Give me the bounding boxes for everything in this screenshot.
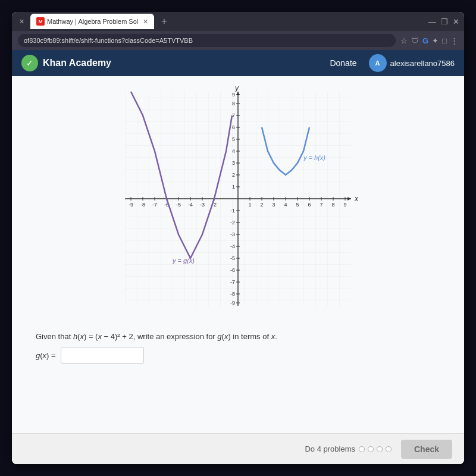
answer-row: g(x) = (36, 347, 440, 364)
graph-svg: x y -9 -8 (113, 86, 363, 324)
minimize-button[interactable]: — (428, 17, 436, 26)
svg-text:5: 5 (296, 202, 299, 208)
svg-text:-8: -8 (140, 202, 145, 208)
bottom-bar: Do 4 problems Check (12, 433, 464, 464)
shield-icon: 🛡 (411, 36, 419, 45)
url-icons: ☆ 🛡 G ✦ □ ⋮ (400, 36, 458, 45)
svg-text:2: 2 (260, 202, 263, 208)
dot-2 (368, 446, 374, 452)
svg-text:6: 6 (232, 124, 235, 130)
graph-area: x y -9 -8 (113, 86, 363, 324)
h-label: y = h(x) (303, 154, 325, 161)
do-problems-text: Do 4 problems (305, 444, 355, 453)
svg-text:7: 7 (320, 202, 322, 208)
svg-text:4: 4 (284, 202, 287, 208)
g-icon: G (422, 36, 428, 45)
dot-3 (377, 446, 383, 452)
user-avatar[interactable]: A (369, 54, 387, 72)
maximize-button[interactable]: ❐ (441, 17, 448, 26)
svg-text:-6: -6 (230, 267, 235, 273)
svg-text:9: 9 (343, 202, 346, 208)
svg-text:6: 6 (308, 202, 311, 208)
ka-logo: ✓ Khan Academy (21, 55, 111, 71)
svg-text:-9: -9 (129, 202, 133, 208)
check-button[interactable]: Check (401, 440, 452, 459)
answer-input[interactable] (61, 347, 144, 364)
svg-text:-8: -8 (230, 291, 235, 297)
puzzle-icon: □ (442, 36, 447, 45)
ka-header: ✓ Khan Academy Donate A alexisarellano75… (12, 50, 464, 76)
svg-text:8: 8 (331, 202, 334, 208)
tab-close-icon[interactable]: ✕ (143, 18, 148, 26)
close-button[interactable]: ✕ (453, 17, 459, 26)
new-tab-button[interactable]: + (158, 16, 170, 27)
g-label: y = g(x) (172, 257, 195, 264)
question-area: Given that h(x) = (x − 4)² + 2, write an… (30, 332, 446, 364)
graph-container: x y -9 -8 (30, 86, 446, 324)
svg-text:-7: -7 (152, 202, 157, 208)
svg-text:-3: -3 (200, 202, 205, 208)
answer-label: g(x) = (36, 351, 56, 360)
svg-text:7: 7 (232, 112, 235, 118)
svg-text:-7: -7 (230, 279, 235, 285)
svg-text:8: 8 (232, 101, 235, 107)
menu-icon[interactable]: ⋮ (450, 36, 458, 45)
browser-tab[interactable]: M Mathway | Algebra Problem Sol ✕ (30, 14, 154, 29)
svg-text:1: 1 (248, 202, 251, 208)
username-label: alexisarellano7586 (390, 59, 455, 68)
ka-logo-icon: ✓ (21, 55, 38, 71)
browser-chrome: ✕ M Mathway | Algebra Problem Sol ✕ + — … (12, 12, 464, 31)
url-bar-row: ☆ 🛡 G ✦ □ ⋮ (12, 31, 464, 50)
window-controls: — ❐ ✕ (428, 17, 459, 26)
do-problems-label: Do 4 problems (305, 444, 392, 453)
svg-text:1: 1 (232, 184, 235, 190)
ka-nav: Donate A alexisarellano7586 (330, 54, 455, 72)
star-icon[interactable]: ☆ (400, 36, 408, 45)
tab-close[interactable]: ✕ (17, 17, 27, 27)
svg-text:-9: -9 (230, 300, 235, 306)
svg-text:-4: -4 (188, 202, 193, 208)
main-content: x y -9 -8 (12, 76, 464, 464)
svg-text:-5: -5 (176, 202, 181, 208)
question-text: Given that h(x) = (x − 4)² + 2, write an… (36, 332, 440, 341)
progress-dots (359, 446, 392, 452)
tab-favicon: M (36, 17, 45, 26)
svg-text:5: 5 (232, 136, 235, 142)
dot-1 (359, 446, 365, 452)
dot-4 (386, 446, 392, 452)
donate-button[interactable]: Donate (330, 58, 356, 68)
svg-text:3: 3 (272, 202, 275, 208)
url-input[interactable] (18, 34, 396, 47)
svg-text:y: y (234, 86, 239, 92)
svg-text:3: 3 (232, 160, 235, 166)
svg-text:-4: -4 (230, 243, 235, 249)
svg-text:-2: -2 (230, 220, 235, 226)
svg-text:-5: -5 (230, 255, 235, 261)
tab-label: Mathway | Algebra Problem Sol (47, 18, 138, 25)
svg-text:-3: -3 (230, 231, 235, 237)
svg-text:2: 2 (232, 172, 235, 178)
ka-title: Khan Academy (43, 58, 111, 68)
svg-text:-1: -1 (230, 208, 235, 214)
svg-text:9: 9 (232, 92, 235, 98)
extension-icon[interactable]: ✦ (432, 36, 439, 45)
svg-text:4: 4 (232, 148, 235, 154)
svg-text:x: x (354, 195, 359, 203)
